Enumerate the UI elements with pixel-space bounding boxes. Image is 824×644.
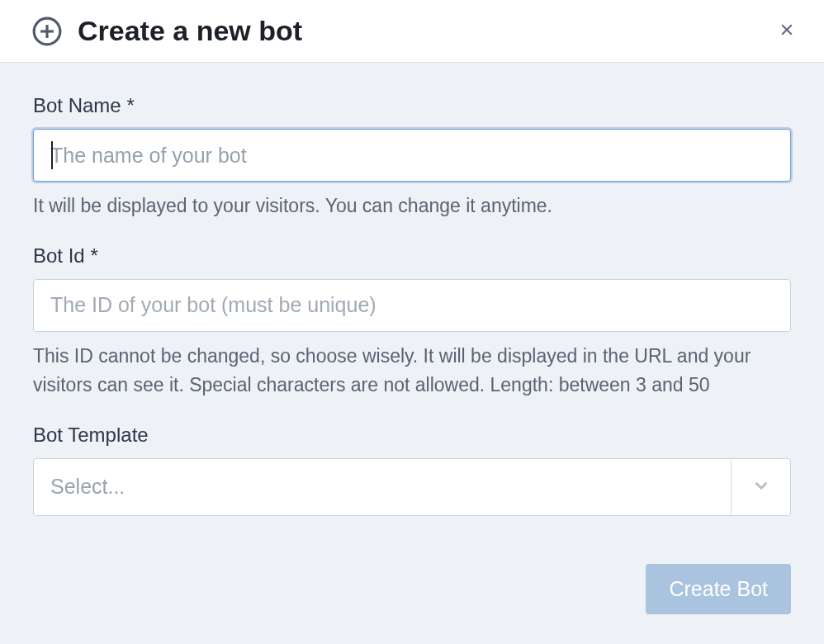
bot-template-select[interactable]: Select... — [33, 458, 791, 516]
close-icon — [779, 21, 795, 41]
modal-body: Bot Name * It will be displayed to your … — [0, 63, 824, 564]
bot-template-label: Bot Template — [33, 424, 791, 447]
bot-template-group: Bot Template Select... — [33, 424, 791, 516]
bot-name-group: Bot Name * It will be displayed to your … — [33, 94, 791, 221]
bot-id-input[interactable] — [33, 279, 791, 332]
modal-header: Create a new bot — [0, 0, 824, 63]
close-button[interactable] — [774, 19, 799, 44]
plus-circle-icon — [31, 16, 63, 47]
create-bot-modal: Create a new bot Bot Name * It will be d… — [0, 0, 824, 644]
bot-name-label: Bot Name * — [33, 94, 791, 117]
bot-id-help: This ID cannot be changed, so choose wis… — [33, 342, 791, 400]
text-cursor — [51, 141, 53, 169]
bot-template-value: Select... — [34, 475, 731, 499]
bot-name-help: It will be displayed to your visitors. Y… — [33, 192, 791, 221]
bot-id-group: Bot Id * This ID cannot be changed, so c… — [33, 244, 791, 400]
bot-name-input[interactable] — [33, 129, 791, 182]
select-indicator — [731, 459, 790, 515]
modal-footer: Create Bot — [0, 564, 824, 614]
bot-id-label: Bot Id * — [33, 244, 791, 268]
bot-name-input-wrapper — [33, 129, 791, 182]
create-bot-button[interactable]: Create Bot — [646, 564, 791, 614]
chevron-down-icon — [751, 475, 772, 500]
modal-title: Create a new bot — [78, 15, 774, 47]
